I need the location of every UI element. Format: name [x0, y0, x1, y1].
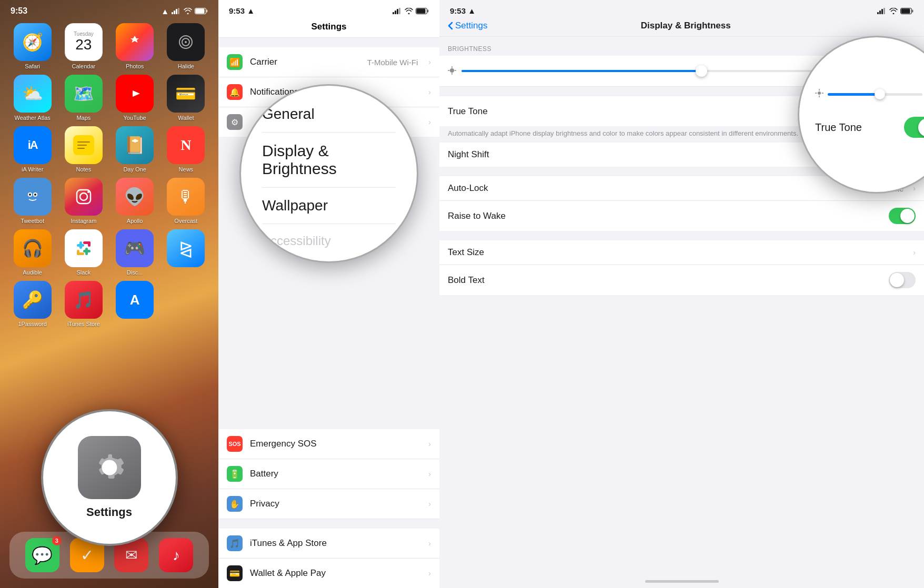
- svg-rect-0: [172, 12, 173, 14]
- svg-rect-15: [77, 148, 85, 149]
- audible-icon: 🎧: [14, 229, 52, 267]
- text-size-chevron: ›: [913, 248, 916, 257]
- tweetbot-label: Tweetbot: [21, 218, 44, 224]
- display-status-icons: [877, 8, 913, 14]
- settings-row-sos[interactable]: SOS Emergency SOS ›: [218, 429, 439, 459]
- misc-chevron: ›: [428, 118, 431, 126]
- svg-point-16: [25, 189, 40, 203]
- bold-text-toggle[interactable]: [889, 272, 916, 288]
- svg-rect-45: [901, 8, 910, 13]
- display-nav-header: Settings Display & Brightness: [439, 19, 924, 37]
- text-section: Text Size › Bold Text: [439, 240, 924, 295]
- app-safari[interactable]: 🧭 Safari: [9, 23, 55, 69]
- privacy-label: Privacy: [250, 499, 418, 509]
- display-brightness-panel: 9:53 ▲ Settings Display & Bright: [439, 0, 924, 588]
- app-misc[interactable]: ⧎: [163, 229, 209, 276]
- sos-icon: SOS: [227, 436, 243, 452]
- app-news[interactable]: N News: [163, 126, 209, 173]
- safari-label: Safari: [25, 63, 40, 69]
- app-halide[interactable]: Halide: [163, 23, 209, 69]
- svg-rect-33: [395, 11, 396, 14]
- app-photos[interactable]: Photos: [112, 23, 158, 69]
- app-maps[interactable]: 🗺️ Maps: [61, 75, 106, 121]
- wifi-icon: [405, 8, 413, 14]
- display-signal-icon: [877, 8, 887, 14]
- mag-item-more: Accessibility: [262, 224, 396, 251]
- settings-row-itunes[interactable]: 🎵 iTunes & App Store ›: [218, 529, 439, 559]
- itunes-settings-icon: 🎵: [227, 535, 243, 551]
- svg-point-9: [185, 41, 187, 43]
- mag-slider-fill: [828, 93, 880, 96]
- app-weather-atlas[interactable]: ⛅ Weather Atlas: [9, 75, 55, 121]
- svg-point-60: [818, 92, 821, 95]
- app-day-one[interactable]: 📔 Day One: [112, 126, 158, 173]
- settings-title-text: Settings: [311, 22, 346, 32]
- app-youtube[interactable]: YouTube: [112, 75, 158, 121]
- app-grid: 🧭 Safari Tuesday 23 Calendar Photos Hali…: [0, 18, 218, 332]
- settings-row-privacy[interactable]: ✋ Privacy ›: [218, 489, 439, 519]
- svg-point-20: [34, 194, 36, 196]
- ia-writer-icon: iA: [14, 126, 52, 164]
- day-one-icon: 📔: [116, 126, 154, 164]
- app-apollo[interactable]: 👽 Apollo: [112, 178, 158, 224]
- raise-to-wake-row[interactable]: Raise to Wake: [439, 201, 924, 231]
- display-wifi-icon: [889, 8, 898, 14]
- mag-slider: [828, 93, 922, 96]
- weather-atlas-label: Weather Atlas: [14, 115, 50, 121]
- app-calendar[interactable]: Tuesday 23 Calendar: [61, 23, 106, 69]
- battery-chevron: ›: [428, 470, 431, 478]
- mag-true-tone-toggle[interactable]: [904, 117, 924, 138]
- bold-text-row[interactable]: Bold Text: [439, 265, 924, 295]
- back-button[interactable]: Settings: [448, 21, 487, 31]
- app-slack[interactable]: Slack: [61, 229, 106, 276]
- bold-text-knob: [890, 273, 904, 287]
- blue-app-icon: A: [116, 281, 154, 319]
- app-discord[interactable]: 🎮 Disc...: [112, 229, 158, 276]
- svg-rect-3: [178, 8, 179, 14]
- raise-to-wake-toggle[interactable]: [889, 208, 916, 224]
- dock-music[interactable]: ♪: [159, 538, 193, 572]
- apollo-label: Apollo: [127, 218, 143, 224]
- app-wallet[interactable]: 💳 Wallet: [163, 75, 209, 121]
- app-instagram[interactable]: Instagram: [61, 178, 106, 224]
- svg-rect-39: [877, 12, 879, 14]
- settings-panel: 9:53 ▲ Settings 📶 Carrier T-Mobile Wi: [218, 0, 439, 588]
- app-overcast[interactable]: 🎙 Overcast: [163, 178, 209, 224]
- app-itunes[interactable]: 🎵 iTunes Store: [61, 281, 106, 327]
- misc-icon: ⧎: [167, 229, 205, 267]
- wallet-settings-label: Wallet & Apple Pay: [250, 568, 418, 579]
- home-time: 9:53: [11, 6, 27, 16]
- discord-label: Disc...: [127, 269, 143, 276]
- weather-atlas-icon: ⛅: [14, 75, 52, 113]
- svg-rect-38: [417, 8, 426, 13]
- photos-label: Photos: [126, 63, 144, 69]
- signal-bars: [172, 7, 181, 16]
- sos-label: Emergency SOS: [250, 439, 418, 449]
- svg-point-22: [80, 193, 87, 200]
- battery-icon: [195, 7, 208, 16]
- day-one-label: Day One: [123, 166, 146, 173]
- home-status-bar: 9:53 ▲: [0, 0, 218, 18]
- app-1password[interactable]: 🔑 1Password: [9, 281, 55, 327]
- dock-messages[interactable]: 💬 3: [25, 538, 59, 572]
- settings-row-carrier[interactable]: 📶 Carrier T-Mobile Wi-Fi ›: [218, 47, 439, 77]
- mag-sun-icon: [815, 89, 823, 99]
- app-ia-writer[interactable]: iA iA Writer: [9, 126, 55, 173]
- back-label: Settings: [455, 21, 487, 31]
- settings-row-wallet[interactable]: 💳 Wallet & Apple Pay ›: [218, 559, 439, 588]
- audible-label: Audible: [23, 269, 42, 276]
- display-status-bar: 9:53 ▲: [439, 0, 924, 19]
- settings-row-battery[interactable]: 🔋 Battery ›: [218, 459, 439, 489]
- app-tweetbot[interactable]: Tweetbot: [9, 178, 55, 224]
- text-size-row[interactable]: Text Size ›: [439, 240, 924, 265]
- app-audible[interactable]: 🎧 Audible: [9, 229, 55, 276]
- mag-slider-thumb: [875, 89, 885, 99]
- overcast-icon: 🎙: [167, 178, 205, 216]
- app-notes[interactable]: Notes: [61, 126, 106, 173]
- app-blue[interactable]: A: [112, 281, 158, 327]
- notes-icon: [65, 126, 103, 164]
- halide-icon: [167, 23, 205, 61]
- svg-rect-44: [912, 9, 913, 12]
- mag-true-tone-row: True Tone: [815, 117, 924, 138]
- mag-display-content: True Tone: [815, 48, 924, 181]
